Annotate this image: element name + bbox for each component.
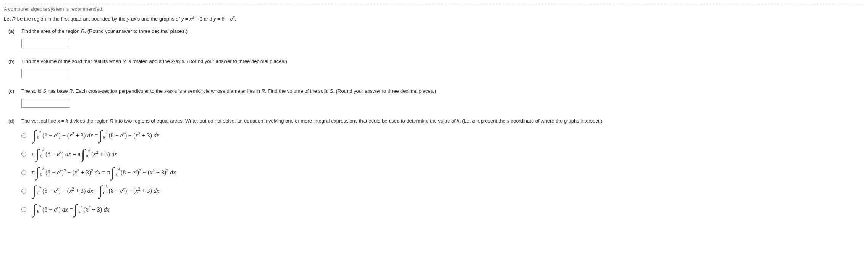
integral-icon: ∫a0	[32, 184, 36, 195]
choice-math-1: ∫k0(8 − ex) − (x2 + 3) dx = ∫ak(8 − ex) …	[32, 129, 159, 142]
choice-radio-2[interactable]	[21, 152, 26, 157]
integral-icon: ∫k0	[36, 166, 39, 177]
part-b-text: Find the volume of the solid that result…	[21, 58, 287, 65]
integral-icon: ∫k0	[36, 148, 39, 158]
choice-radio-5[interactable]	[21, 207, 26, 212]
choice-math-5: ∫ak(8 − ex) dx = ∫ak(x2 + 3) dx	[32, 203, 109, 216]
choice-math-4: ∫a0(8 − ex) − (x2 + 3) dx = ∫k0(8 − ex) …	[32, 184, 159, 197]
part-b: (b) Find the volume of the solid that re…	[8, 58, 864, 78]
part-a-text: Find the area of the region R. (Round yo…	[21, 28, 188, 35]
integral-icon: ∫k0	[81, 148, 85, 158]
part-d-text: The vertical line x = k divides the regi…	[21, 118, 602, 124]
choice-radio-1[interactable]	[21, 133, 26, 138]
integral-icon: ∫k0	[99, 184, 103, 195]
part-c-text: The solid S has base R. Each cross-secti…	[21, 88, 436, 95]
choice-row: π ∫k0(8 − ex)2 − (x2 + 3)2 dx = π ∫ak(8 …	[21, 166, 864, 179]
part-d-label: (d)	[8, 118, 18, 124]
choice-row: π ∫k0(8 − ex) dx = π ∫k0(x2 + 3) dx	[21, 148, 864, 161]
problem-stem: Let R be the region in the first quadran…	[4, 16, 864, 23]
part-b-label: (b)	[8, 58, 18, 65]
part-a: (a) Find the area of the region R. (Roun…	[8, 28, 864, 48]
part-b-input[interactable]	[21, 69, 70, 78]
part-d: (d) The vertical line x = k divides the …	[8, 118, 864, 216]
integral-icon: ∫ak	[32, 203, 36, 214]
choice-math-3: π ∫k0(8 − ex)2 − (x2 + 3)2 dx = π ∫ak(8 …	[32, 166, 176, 179]
part-d-choices: ∫k0(8 − ex) − (x2 + 3) dx = ∫ak(8 − ex) …	[21, 129, 864, 216]
integral-icon: ∫ak	[111, 166, 115, 177]
choice-radio-3[interactable]	[21, 170, 26, 175]
choice-row: ∫k0(8 − ex) − (x2 + 3) dx = ∫ak(8 − ex) …	[21, 129, 864, 142]
part-a-label: (a)	[8, 28, 18, 35]
part-c-input[interactable]	[21, 99, 70, 108]
part-a-input[interactable]	[21, 39, 70, 48]
choice-row: ∫a0(8 − ex) − (x2 + 3) dx = ∫k0(8 − ex) …	[21, 184, 864, 197]
part-c-label: (c)	[8, 88, 18, 95]
integral-icon: ∫ak	[99, 129, 103, 140]
integral-icon: ∫k0	[32, 129, 36, 140]
choice-math-2: π ∫k0(8 − ex) dx = π ∫k0(x2 + 3) dx	[32, 148, 117, 161]
integral-icon: ∫ak	[74, 203, 78, 214]
system-note: A computer algebra system is recommended…	[4, 6, 864, 13]
divider	[4, 3, 864, 3]
choice-row: ∫ak(8 − ex) dx = ∫ak(x2 + 3) dx	[21, 203, 864, 216]
choice-radio-4[interactable]	[21, 189, 26, 194]
part-c: (c) The solid S has base R. Each cross-s…	[8, 88, 864, 108]
